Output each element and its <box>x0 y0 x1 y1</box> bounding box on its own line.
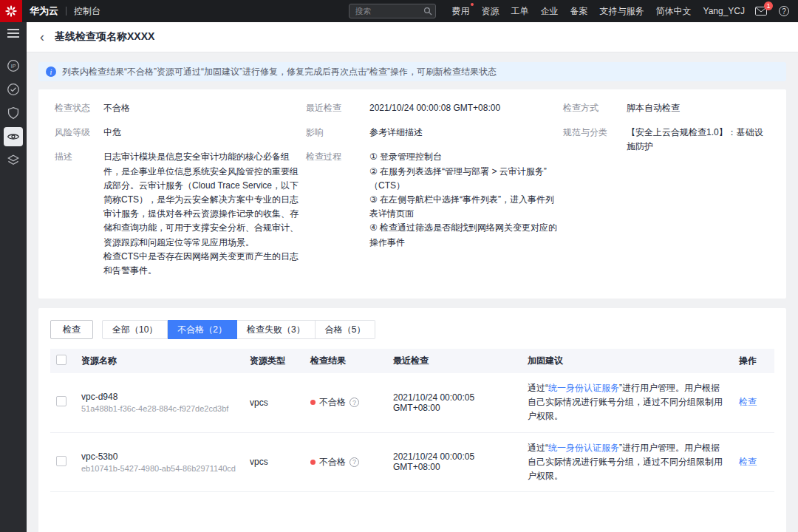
info-banner-text: 列表内检查结果“不合格”资源可通过“加固建议”进行修复，修复完成后再次点击“检查… <box>62 66 497 78</box>
search-icon[interactable] <box>423 7 432 18</box>
suggestion-cell: 通过“统一身份认证服务”进行用户管理。用户根据自己实际情况进行账号分组，通过不同… <box>522 373 733 432</box>
field-value: 日志审计模块是信息安全审计功能的核心必备组件，是企事业单位信息系统安全风险管控的… <box>103 150 306 278</box>
main-area: ‹ 基线检查项名称XXXX i 列表内检查结果“不合格”资源可通过“加固建议”进… <box>27 22 798 532</box>
resource-table: 资源名称 资源类型 检查结果 最近检查 加固建议 操作 vpc-d948 51a… <box>50 349 774 492</box>
info-icon: i <box>46 66 56 77</box>
message-count-badge: 1 <box>764 1 773 10</box>
field-value: 参考详细描述 <box>369 126 423 140</box>
check-detail-card: 检查状态 不合格 风险等级 中危 描述 日志审计模块是信息安全审计功能的核心必备… <box>38 89 786 299</box>
field-label: 检查方式 <box>563 101 627 115</box>
huawei-flower-icon <box>4 4 18 18</box>
check-button[interactable]: 检查 <box>50 320 93 339</box>
topbar-divider <box>66 7 66 16</box>
info-banner: i 列表内检查结果“不合格”资源可通过“加固建议”进行修复，修复完成后再次点击“… <box>38 62 786 81</box>
last-check-time: 2021/10/24 00:00:05 GMT+08:00 <box>393 451 474 472</box>
result-help-icon[interactable]: ? <box>349 457 359 467</box>
page-title: 基线检查项名称XXXX <box>55 30 154 44</box>
field-description: 描述 日志审计模块是信息安全审计功能的核心必备组件，是企事业单位信息系统安全风险… <box>55 150 306 278</box>
situation-icon[interactable] <box>4 127 23 146</box>
field-label: 检查过程 <box>306 150 369 249</box>
row-checkbox[interactable] <box>56 396 66 406</box>
suggestion-text: 通过“ <box>528 383 548 393</box>
row-checkbox[interactable] <box>56 456 66 466</box>
nav-username[interactable]: Yang_YCJ <box>703 6 745 16</box>
resource-type-cell: vpcs <box>244 373 304 432</box>
suggestion-cell: 通过“统一身份认证服务”进行用户管理。用户根据自己实际情况进行账号分组，通过不同… <box>522 432 733 492</box>
detail-column-2: 最近检查 2021/10/24 00:00:08 GMT+08:00 影响 参考… <box>306 101 563 288</box>
check-result-cell: 不合格 ? <box>304 373 387 432</box>
operation-cell: 检查 <box>733 373 774 432</box>
resource-type: vpcs <box>250 457 268 467</box>
col-resource-name: 资源名称 <box>75 349 244 373</box>
result-help-icon[interactable]: ? <box>349 398 359 407</box>
field-value: 中危 <box>103 126 121 140</box>
process-step-3: ③ 在左侧导航栏中选择“事件列表”，进入事件列表详情页面 <box>369 193 563 221</box>
iam-service-link[interactable]: 统一身份认证服务 <box>548 443 619 453</box>
row-check-link[interactable]: 检查 <box>739 457 757 467</box>
status-dot <box>310 400 316 405</box>
field-value: ① 登录管理控制台 ② 在服务列表选择“管理与部署 > 云审计服务”（CTS） … <box>369 150 563 249</box>
col-suggestion: 加固建议 <box>522 349 733 373</box>
nav-icp[interactable]: 备案 <box>570 5 588 18</box>
process-step-4: ④ 检查通过筛选是否能找到网络网关变更对应的操作事件 <box>369 221 563 249</box>
tab-passed[interactable]: 合格（5） <box>316 320 376 339</box>
resource-name[interactable]: vpc-53b0 <box>81 451 238 462</box>
resource-id: eb10741b-5427-4980-ab54-86b2971140cd <box>81 464 238 473</box>
resource-name-cell: vpc-d948 51a488b1-f36c-4e28-884c-f927de2… <box>75 373 244 432</box>
iam-service-link[interactable]: 统一身份认证服务 <box>548 383 619 393</box>
field-value: 2021/10/24 00:00:08 GMT+08:00 <box>369 101 500 115</box>
last-check-time: 2021/10/24 00:00:05 GMT+08:00 <box>393 392 474 413</box>
process-step-2: ② 在服务列表选择“管理与部署 > 云审计服务”（CTS） <box>369 165 563 193</box>
resource-name[interactable]: vpc-d948 <box>81 392 238 402</box>
detail-column-1: 检查状态 不合格 风险等级 中危 描述 日志审计模块是信息安全审计功能的核心必备… <box>55 101 306 288</box>
nav-support[interactable]: 支持与服务 <box>600 5 644 18</box>
field-label: 最近检查 <box>306 101 369 115</box>
field-check-method: 检查方式 脚本自动检查 <box>563 101 770 115</box>
col-operation: 操作 <box>733 349 774 373</box>
left-sidebar: IP <box>0 22 27 532</box>
field-value: 【安全上云合规检查1.0】：基础设施防护 <box>627 126 770 154</box>
resource-type: vpcs <box>250 398 268 408</box>
resource-type-cell: vpcs <box>244 432 304 492</box>
status-text: 不合格 <box>319 396 346 409</box>
tab-failed[interactable]: 不合格（2） <box>168 320 237 339</box>
detail-column-3: 检查方式 脚本自动检查 规范与分类 【安全上云合规检查1.0】：基础设施防护 <box>563 101 770 288</box>
nav-language[interactable]: 简体中文 <box>656 5 692 18</box>
shield-icon[interactable] <box>4 103 23 123</box>
tab-check-error[interactable]: 检查失败（3） <box>237 320 316 339</box>
checklist-icon[interactable] <box>4 80 23 99</box>
field-label: 规范与分类 <box>563 126 627 154</box>
console-link[interactable]: 控制台 <box>74 5 100 18</box>
eip-icon[interactable]: IP <box>4 56 23 75</box>
table-row: vpc-53b0 eb10741b-5427-4980-ab54-86b2971… <box>50 432 774 492</box>
help-button[interactable]: ? <box>779 6 789 16</box>
process-step-1: ① 登录管理控制台 <box>369 150 563 164</box>
nav-fee[interactable]: 费用 <box>452 5 470 18</box>
result-filter-tabs: 全部（10） 不合格（2） 检查失败（3） 合格（5） <box>102 320 375 339</box>
row-checkbox-cell <box>50 373 75 432</box>
sidebar-icon-list: IP <box>4 56 23 170</box>
messages-button[interactable]: 1 <box>755 7 767 16</box>
description-paragraph-1: 日志审计模块是信息安全审计功能的核心必备组件，是企事业单位信息系统安全风险管控的… <box>103 150 306 249</box>
table-row: vpc-d948 51a488b1-f36c-4e28-884c-f927de2… <box>50 373 774 432</box>
field-label: 描述 <box>55 150 103 278</box>
nav-ticket[interactable]: 工单 <box>511 5 529 18</box>
select-all-checkbox[interactable] <box>56 355 66 365</box>
huawei-logo[interactable] <box>0 0 22 22</box>
header-checkbox-cell <box>50 349 75 373</box>
suggestion-text: 通过“ <box>528 443 548 453</box>
resource-table-card: 检查 全部（10） 不合格（2） 检查失败（3） 合格（5） 资源名称 <box>38 308 786 532</box>
status-dot <box>310 460 316 465</box>
resource-name-cell: vpc-53b0 eb10741b-5427-4980-ab54-86b2971… <box>75 432 244 492</box>
brand-name[interactable]: 华为云 <box>30 4 58 18</box>
back-button[interactable]: ‹ <box>38 30 46 44</box>
col-check-result: 检查结果 <box>304 349 387 373</box>
resource-id: 51a488b1-f36c-4e28-884c-f927de2cd3bf <box>81 404 238 413</box>
stack-icon[interactable] <box>4 151 23 170</box>
tab-all[interactable]: 全部（10） <box>102 320 168 339</box>
nav-resource[interactable]: 资源 <box>482 5 499 18</box>
menu-hamburger-icon[interactable] <box>7 33 19 34</box>
row-check-link[interactable]: 检查 <box>739 397 757 407</box>
nav-enterprise[interactable]: 企业 <box>541 5 559 18</box>
detail-grid: 检查状态 不合格 风险等级 中危 描述 日志审计模块是信息安全审计功能的核心必备… <box>55 101 770 288</box>
